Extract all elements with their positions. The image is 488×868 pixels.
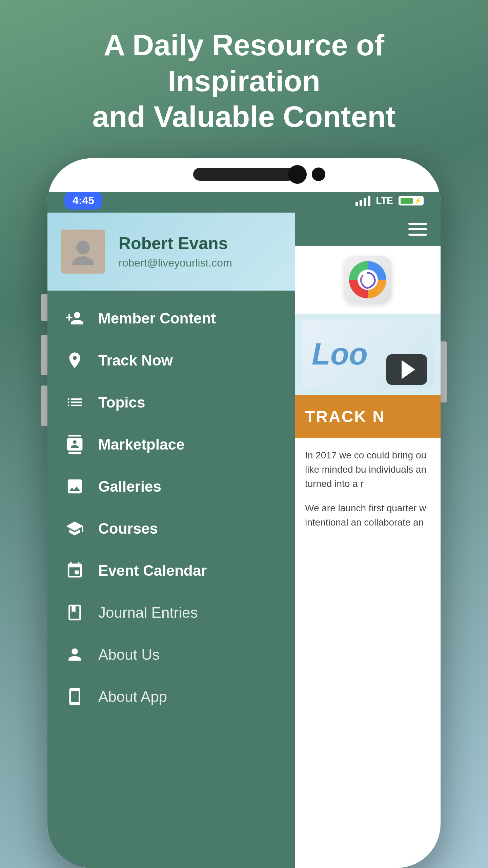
sidebar-item-topics[interactable]: Topics [47,381,295,423]
user-email: robert@liveyourlist.com [119,257,232,269]
event-calendar-label: Event Calendar [98,562,207,579]
graduation-icon [64,518,85,539]
app-logo-area [295,246,441,314]
about-paragraph-1: In 2017 we co could bring ou like minded… [305,448,430,491]
marketplace-label: Marketplace [98,436,184,453]
notebook-icon [64,603,85,623]
power-button[interactable] [441,341,447,402]
user-info: Robert Evans robert@liveyourlist.com [119,234,232,269]
battery-icon: ⚡ [399,196,424,205]
about-text: In 2017 we co could bring ou like minded… [295,438,441,540]
journal-entries-label: Journal Entries [98,604,198,621]
list-icon [64,392,85,413]
header-section: A Daily Resource of Inspiration and Valu… [24,0,464,152]
phone-container: 4:45 LTE ⚡ [47,158,441,868]
app-logo [344,256,391,303]
courses-label: Courses [98,520,158,537]
front-camera [288,165,307,184]
svg-point-1 [72,256,94,265]
sidebar-item-journal-entries[interactable]: Journal Entries [47,592,295,634]
user-profile-header[interactable]: Robert Evans robert@liveyourlist.com [47,213,295,291]
signal-icon [355,196,370,206]
member-content-label: Member Content [98,310,216,327]
time-display: 4:45 [64,192,102,210]
play-triangle-icon [402,360,415,379]
video-title-text: Loo [302,337,368,372]
calendar-icon [64,560,85,581]
right-panel: Loo TRACK N In 2017 we co could bring ou… [295,213,441,868]
video-card: Loo [302,320,434,388]
sidebar-item-about-us[interactable]: About Us [47,634,295,676]
phone-icon [64,687,85,707]
avatar-icon [69,238,97,265]
phone-notch-bar [193,168,295,181]
sidebar-item-about-app[interactable]: About App [47,676,295,718]
phone-frame: 4:45 LTE ⚡ [47,158,441,868]
content-section: Loo [295,314,441,395]
play-button[interactable] [386,354,427,385]
galleries-label: Galleries [98,478,161,495]
network-type: LTE [376,195,393,206]
image-icon [64,476,85,497]
hamburger-menu-button[interactable] [408,223,427,236]
status-right: LTE ⚡ [355,195,424,206]
contacts-icon [64,434,85,455]
silent-button[interactable] [41,386,47,426]
header-title: A Daily Resource of Inspiration and Valu… [44,27,444,135]
track-now-label: Track Now [98,352,173,369]
sidebar-item-courses[interactable]: Courses [47,508,295,550]
sidebar-item-track-now[interactable]: Track Now [47,339,295,381]
location-icon [64,350,85,371]
screen-content: Robert Evans robert@liveyourlist.com Mem… [47,213,441,868]
person-icon [64,645,85,665]
volume-up-button[interactable] [41,294,47,321]
status-bar: 4:45 LTE ⚡ [47,189,441,213]
svg-point-0 [76,241,90,254]
sidebar-item-galleries[interactable]: Galleries [47,466,295,508]
sidebar-item-event-calendar[interactable]: Event Calendar [47,550,295,592]
sidebar-drawer: Robert Evans robert@liveyourlist.com Mem… [47,213,295,868]
sidebar-item-marketplace[interactable]: Marketplace [47,423,295,466]
phone-screen: 4:45 LTE ⚡ [47,189,441,868]
volume-down-button[interactable] [41,335,47,375]
person-add-icon [64,308,85,329]
video-thumbnail: Loo [302,320,434,388]
user-name: Robert Evans [119,234,232,253]
top-bar [295,213,441,246]
phone-notch-area [47,158,441,192]
logo-swirl-icon [358,270,378,290]
topics-label: Topics [98,394,145,411]
avatar [61,230,105,274]
about-paragraph-2: We are launch first quarter w intentiona… [305,501,430,530]
front-sensor [312,167,325,181]
logo-circle [349,261,386,298]
sidebar-item-member-content[interactable]: Member Content [47,297,295,339]
about-app-label: About App [98,688,167,705]
nav-items: Member Content Track Now [47,291,295,868]
track-now-button[interactable]: TRACK N [295,395,441,438]
about-us-label: About Us [98,646,160,663]
